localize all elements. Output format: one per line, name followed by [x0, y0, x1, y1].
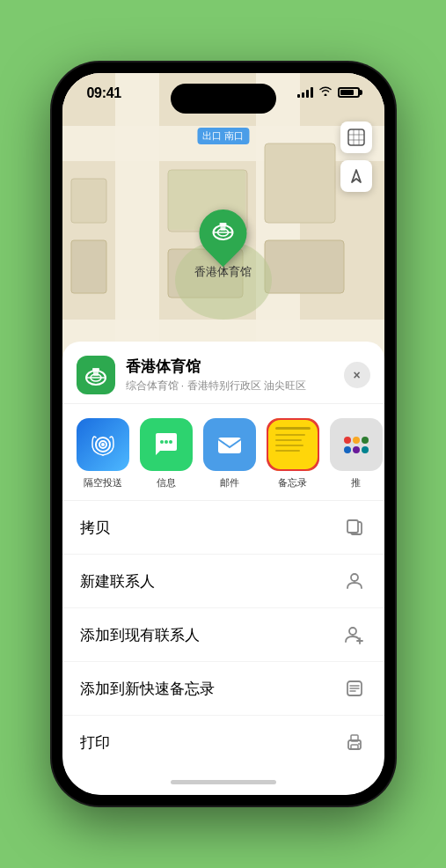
- mail-label: 邮件: [220, 476, 239, 489]
- person-add-icon: [342, 622, 367, 647]
- stadium-marker[interactable]: 香港体育馆: [194, 210, 252, 280]
- battery-icon: [338, 87, 360, 98]
- svg-point-33: [351, 574, 358, 581]
- venue-info: 香港体育馆 综合体育馆 · 香港特别行政区 油尖旺区: [126, 357, 344, 394]
- stadium-icon: [211, 218, 236, 248]
- marker-pin: [189, 200, 256, 267]
- note-icon: [342, 676, 367, 701]
- menu-list: 拷贝 新建联系人: [62, 501, 384, 769]
- menu-copy-label: 拷贝: [80, 518, 110, 538]
- airdrop-label: 隔空投送: [84, 476, 122, 489]
- notes-icon: [267, 418, 319, 471]
- location-icon: [348, 168, 364, 184]
- map-type-icon: [347, 129, 365, 146]
- print-icon: [342, 730, 367, 754]
- svg-rect-32: [347, 520, 358, 533]
- message-svg: [151, 430, 181, 460]
- venue-icon: [77, 356, 115, 394]
- venue-name: 香港体育馆: [126, 357, 344, 377]
- venue-icon-svg: [84, 363, 108, 387]
- map-controls: [340, 121, 372, 199]
- map-type-button[interactable]: [340, 121, 372, 153]
- svg-point-29: [169, 440, 172, 444]
- svg-rect-30: [218, 438, 241, 453]
- share-mail[interactable]: 邮件: [203, 418, 256, 489]
- person-icon: [342, 569, 367, 593]
- share-more[interactable]: 推: [330, 418, 383, 489]
- share-notes[interactable]: 备忘录: [267, 418, 319, 489]
- sheet-header: 香港体育馆 综合体育馆 · 香港特别行政区 油尖旺区 ×: [62, 342, 384, 404]
- svg-point-34: [349, 628, 356, 635]
- home-indicator: [171, 780, 276, 784]
- copy-icon: [342, 515, 367, 540]
- home-indicator-area: [62, 769, 384, 795]
- svg-rect-23: [92, 368, 99, 371]
- svg-rect-7: [71, 179, 106, 223]
- airdrop-svg: [89, 430, 117, 459]
- menu-item-print[interactable]: 打印: [62, 716, 384, 769]
- message-label: 信息: [157, 476, 176, 489]
- menu-item-add-contact[interactable]: 添加到现有联系人: [62, 608, 384, 662]
- notes-label: 备忘录: [278, 476, 307, 489]
- map-label-text: 南口: [224, 130, 244, 141]
- svg-rect-6: [265, 143, 335, 223]
- svg-rect-13: [348, 129, 364, 145]
- mail-svg: [215, 430, 245, 460]
- menu-print-label: 打印: [80, 732, 110, 753]
- status-time: 09:41: [87, 85, 121, 101]
- menu-item-copy[interactable]: 拷贝: [62, 501, 384, 555]
- phone-screen: 09:41: [62, 73, 384, 795]
- location-button[interactable]: [340, 160, 372, 192]
- svg-point-27: [160, 440, 164, 444]
- more-label: 推: [351, 476, 361, 489]
- svg-point-26: [101, 443, 105, 446]
- share-row: 隔空投送 信息: [62, 404, 384, 501]
- menu-item-quick-note[interactable]: 添加到新快速备忘录: [62, 662, 384, 716]
- share-airdrop[interactable]: 隔空投送: [77, 418, 129, 489]
- airdrop-icon: [77, 418, 129, 471]
- phone-frame: 09:41: [52, 63, 395, 805]
- dynamic-island: [171, 84, 276, 114]
- svg-point-44: [358, 743, 360, 745]
- svg-point-28: [165, 440, 168, 444]
- mail-icon: [203, 418, 256, 471]
- status-icons: [297, 85, 360, 99]
- menu-item-new-contact[interactable]: 新建联系人: [62, 555, 384, 608]
- stadium-svg: [211, 218, 236, 243]
- share-message[interactable]: 信息: [140, 418, 193, 489]
- close-button[interactable]: ×: [344, 362, 370, 388]
- menu-new-contact-label: 新建联系人: [80, 571, 155, 592]
- wifi-icon: [318, 85, 333, 99]
- svg-rect-9: [265, 240, 344, 293]
- map-label: 出口 南口: [197, 128, 249, 144]
- svg-rect-18: [220, 223, 227, 225]
- message-icon: [140, 418, 193, 471]
- signal-icon: [297, 87, 313, 98]
- svg-rect-10: [71, 240, 106, 293]
- venue-subtitle: 综合体育馆 · 香港特别行政区 油尖旺区: [126, 379, 344, 394]
- menu-add-contact-label: 添加到现有联系人: [80, 625, 200, 645]
- svg-rect-43: [351, 745, 358, 749]
- menu-quick-note-label: 添加到新快速备忘录: [80, 679, 215, 699]
- map-label-prefix: 出口: [202, 130, 222, 141]
- more-icon: [330, 418, 383, 471]
- bottom-sheet: 香港体育馆 综合体育馆 · 香港特别行政区 油尖旺区 ×: [62, 342, 384, 795]
